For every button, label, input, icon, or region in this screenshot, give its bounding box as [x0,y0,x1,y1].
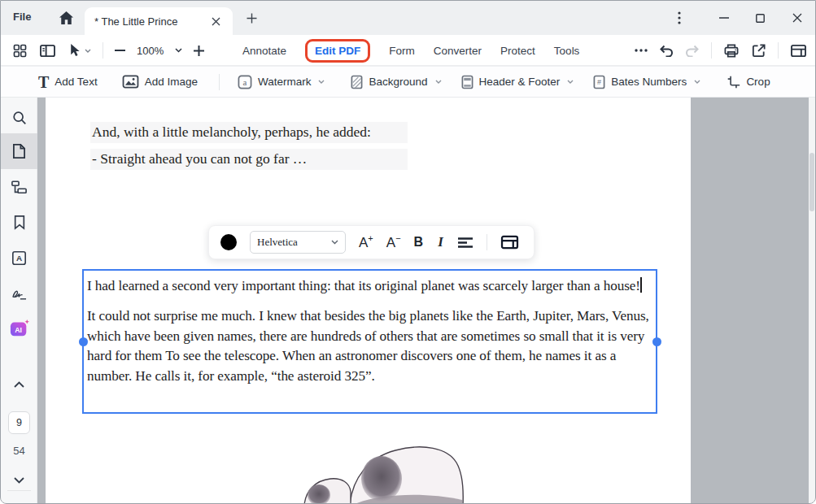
layout-panel-icon[interactable] [790,44,807,58]
vertical-scrollbar[interactable] [809,98,815,504]
pdf-page[interactable]: And, with a little melancholy, perhaps, … [46,98,691,504]
more-options-icon[interactable] [635,49,648,52]
current-page-input[interactable]: 9 [8,411,30,434]
tab-form[interactable]: Form [389,45,415,57]
print-icon[interactable] [723,43,740,59]
tab-tools[interactable]: Tools [554,45,580,57]
edit-toolbar: T Add Text Add Image a Watermark Backgro… [1,67,815,98]
divider [711,42,712,59]
italic-button[interactable]: I [436,234,445,250]
grid-view-icon[interactable] [12,43,28,59]
background-caret-icon [435,80,442,84]
divider [103,42,103,59]
decrease-font-size-button[interactable]: A− [386,236,401,250]
titlebar: File * The Little Prince [1,1,815,35]
divider [487,234,487,250]
signature-icon[interactable] [1,276,37,311]
total-pages-label: 54 [1,445,37,457]
add-text-button[interactable]: T Add Text [38,74,98,90]
search-icon[interactable] [1,100,37,136]
outline-tree-icon[interactable] [1,169,37,205]
increase-font-size-button[interactable]: A+ [359,236,373,250]
svg-text:A: A [16,254,22,263]
bookmark-icon[interactable] [1,204,37,240]
background-button[interactable]: Background [351,75,441,89]
main-toolbar: 100% Annotate Edit PDF Form Converter Pr… [1,35,815,66]
tab-close-icon[interactable] [208,14,223,28]
align-text-button[interactable] [458,237,473,248]
share-icon[interactable] [751,43,766,59]
selected-text-block[interactable]: I had learned a second very important th… [82,269,657,414]
watermark-caret-icon [318,80,325,84]
tab-title: * The Little Prince [94,15,208,28]
page-illustration[interactable] [272,440,472,504]
select-tool-caret-icon [85,49,91,53]
left-sidebar: A AI 9 54 [1,98,37,504]
scrollbar-thumb[interactable] [809,153,814,211]
font-family-value: Helvetica [257,236,298,249]
ribbon-tabs: Annotate Edit PDF Form Converter Protect… [242,35,579,66]
maximize-button[interactable] [742,1,779,35]
minimize-button[interactable] [705,1,742,35]
page-down-icon[interactable] [1,470,37,491]
bates-numbers-icon: # [593,75,605,89]
close-button[interactable] [779,1,815,35]
home-button[interactable] [56,9,76,27]
divider [7,490,31,491]
home-icon [59,11,74,25]
text-properties-button[interactable] [500,235,519,250]
add-text-icon: T [38,74,49,90]
annotation-list-icon[interactable]: A [1,240,37,276]
pdf-editor-window: File * The Little Prince [0,0,816,504]
text-format-toolbar: Helvetica A+ A− B I [208,225,535,259]
sidebar-panel-icon[interactable] [39,44,56,58]
svg-text:a: a [243,76,247,86]
resize-handle-right[interactable] [652,337,661,346]
watermark-icon: a [238,75,252,89]
font-color-swatch[interactable] [220,234,237,250]
textbox-paragraph: I had learned a second very important th… [87,278,640,293]
header-footer-caret-icon [567,80,574,84]
zoom-out-button[interactable] [115,50,125,51]
divider [778,42,779,59]
tab-annotate[interactable]: Annotate [242,45,286,57]
add-image-button[interactable]: Add Image [122,75,198,89]
bold-button[interactable]: B [414,235,424,250]
header-footer-icon [461,75,473,89]
file-menu[interactable]: File [13,11,31,23]
divider [219,74,220,90]
redo-button[interactable] [685,44,700,57]
font-select-caret-icon [331,240,338,245]
zoom-in-button[interactable] [194,46,204,56]
zoom-dropdown-icon[interactable] [175,48,182,53]
bates-numbers-caret-icon [694,80,700,84]
background-icon [351,75,363,89]
tab-converter[interactable]: Converter [434,45,482,57]
ai-assistant-icon[interactable]: AI [1,311,37,346]
textbox-paragraph: It could not surprise me much. I knew th… [87,308,649,383]
add-image-icon [122,75,139,89]
page-thumbnails-icon[interactable] [1,133,37,169]
workspace: A AI 9 54 [1,98,815,504]
crop-icon [727,75,740,89]
zoom-level[interactable]: 100% [137,45,164,57]
new-tab-button[interactable] [242,9,260,27]
page-up-icon[interactable] [1,374,37,395]
resize-handle-left[interactable] [79,337,88,346]
font-family-select[interactable]: Helvetica [250,231,346,254]
select-tool-button[interactable] [68,43,91,58]
svg-text:#: # [597,78,601,86]
tab-edit-pdf[interactable]: Edit PDF [305,39,370,63]
document-text-line[interactable]: - Straight ahead you can not go far … [90,149,408,170]
titlebar-menu-icon[interactable] [663,1,696,35]
document-tab[interactable]: * The Little Prince [85,7,233,35]
watermark-button[interactable]: a Watermark [238,75,325,89]
window-controls [663,1,815,35]
header-footer-button[interactable]: Header & Footer [461,75,574,89]
tab-protect[interactable]: Protect [500,45,535,57]
svg-text:AI: AI [15,326,22,334]
undo-button[interactable] [659,44,674,57]
crop-button[interactable]: Crop [727,75,770,89]
bates-numbers-button[interactable]: # Bates Numbers [593,75,700,89]
document-text-line[interactable]: And, with a little melancholy, perhaps, … [90,122,408,143]
